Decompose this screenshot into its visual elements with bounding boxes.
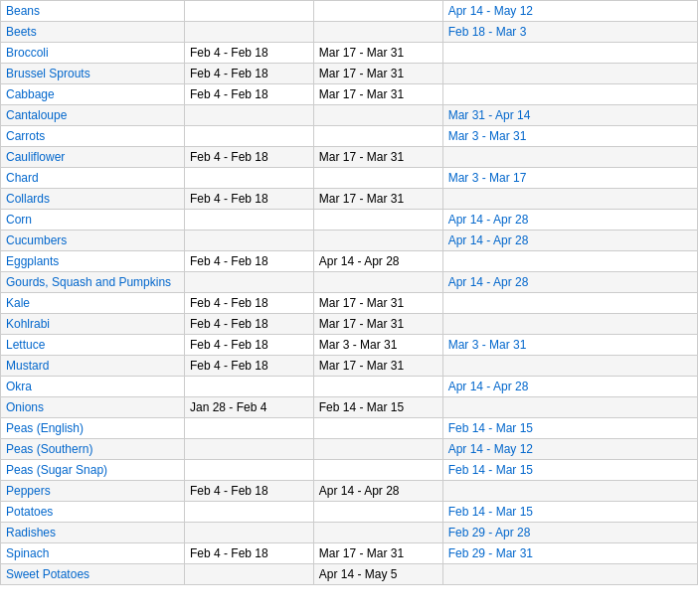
- col4-date: [442, 147, 697, 168]
- col2-date: Feb 4 - Feb 18: [184, 314, 313, 335]
- col3-date: [313, 502, 442, 523]
- crop-name[interactable]: Broccoli: [1, 43, 185, 64]
- col2-date: Jan 28 - Feb 4: [184, 397, 313, 418]
- col2-date: [184, 210, 313, 231]
- col3-date: Mar 3 - Mar 31: [313, 335, 442, 356]
- col2-date: [184, 231, 313, 251]
- col2-date: Feb 4 - Feb 18: [184, 43, 313, 64]
- table-row: RadishesFeb 29 - Apr 28: [1, 523, 698, 543]
- col2-date: Feb 4 - Feb 18: [184, 189, 313, 210]
- col4-date: Apr 14 - May 12: [442, 439, 697, 460]
- table-row: PotatoesFeb 14 - Mar 15: [1, 502, 698, 523]
- table-row: Peas (Southern)Apr 14 - May 12: [1, 439, 698, 460]
- col4-date: Apr 14 - Apr 28: [442, 210, 697, 231]
- crop-name[interactable]: Okra: [1, 377, 185, 397]
- col3-date: [313, 168, 442, 189]
- col4-date: Feb 14 - Mar 15: [442, 502, 697, 523]
- col4-date: [442, 293, 697, 314]
- col4-date: Feb 29 - Apr 28: [442, 523, 697, 543]
- crop-name[interactable]: Potatoes: [1, 502, 185, 523]
- col3-date: Mar 17 - Mar 31: [313, 64, 442, 84]
- col4-date: Mar 3 - Mar 17: [442, 168, 697, 189]
- crop-name[interactable]: Corn: [1, 210, 185, 231]
- table-row: Sweet PotatoesApr 14 - May 5: [1, 564, 698, 585]
- table-row: OkraApr 14 - Apr 28: [1, 377, 698, 397]
- col2-date: [184, 105, 313, 126]
- col4-date: [442, 564, 697, 585]
- col2-date: Feb 4 - Feb 18: [184, 64, 313, 84]
- col3-date: [313, 105, 442, 126]
- col3-date: Mar 17 - Mar 31: [313, 293, 442, 314]
- col4-date: Apr 14 - Apr 28: [442, 272, 697, 293]
- col2-date: Feb 4 - Feb 18: [184, 251, 313, 272]
- table-row: Brussel SproutsFeb 4 - Feb 18Mar 17 - Ma…: [1, 64, 698, 84]
- table-row: KohlrabiFeb 4 - Feb 18Mar 17 - Mar 31: [1, 314, 698, 335]
- crop-name[interactable]: Beans: [1, 1, 185, 22]
- crop-name[interactable]: Lettuce: [1, 335, 185, 356]
- crop-name[interactable]: Eggplants: [1, 251, 185, 272]
- col3-date: Mar 17 - Mar 31: [313, 356, 442, 377]
- col4-date: Mar 31 - Apr 14: [442, 105, 697, 126]
- col2-date: [184, 22, 313, 43]
- col3-date: [313, 439, 442, 460]
- crop-name[interactable]: Carrots: [1, 126, 185, 147]
- col4-date: Apr 14 - May 12: [442, 1, 697, 22]
- col2-date: Feb 4 - Feb 18: [184, 481, 313, 502]
- crop-name[interactable]: Cucumbers: [1, 231, 185, 251]
- crop-name[interactable]: Peas (Southern): [1, 439, 185, 460]
- col2-date: [184, 272, 313, 293]
- crop-name[interactable]: Chard: [1, 168, 185, 189]
- col3-date: [313, 460, 442, 481]
- table-row: Peas (English)Feb 14 - Mar 15: [1, 418, 698, 439]
- col3-date: [313, 418, 442, 439]
- col4-date: [442, 64, 697, 84]
- col2-date: [184, 523, 313, 543]
- col2-date: Feb 4 - Feb 18: [184, 84, 313, 105]
- crop-name[interactable]: Brussel Sprouts: [1, 64, 185, 84]
- col3-date: [313, 126, 442, 147]
- crop-name[interactable]: Peas (Sugar Snap): [1, 460, 185, 481]
- table-row: PeppersFeb 4 - Feb 18Apr 14 - Apr 28: [1, 481, 698, 502]
- col2-date: [184, 1, 313, 22]
- table-row: BeansApr 14 - May 12: [1, 1, 698, 22]
- col3-date: Mar 17 - Mar 31: [313, 543, 442, 564]
- table-row: Gourds, Squash and PumpkinsApr 14 - Apr …: [1, 272, 698, 293]
- table-row: KaleFeb 4 - Feb 18Mar 17 - Mar 31: [1, 293, 698, 314]
- col3-date: Apr 14 - Apr 28: [313, 251, 442, 272]
- table-row: CucumbersApr 14 - Apr 28: [1, 231, 698, 251]
- crop-name[interactable]: Kohlrabi: [1, 314, 185, 335]
- table-row: CollardsFeb 4 - Feb 18Mar 17 - Mar 31: [1, 189, 698, 210]
- col2-date: Feb 4 - Feb 18: [184, 147, 313, 168]
- col4-date: [442, 314, 697, 335]
- col4-date: [442, 84, 697, 105]
- col2-date: Feb 4 - Feb 18: [184, 293, 313, 314]
- col4-date: Mar 3 - Mar 31: [442, 335, 697, 356]
- crop-name[interactable]: Cabbage: [1, 84, 185, 105]
- crop-name[interactable]: Peppers: [1, 481, 185, 502]
- table-row: SpinachFeb 4 - Feb 18Mar 17 - Mar 31Feb …: [1, 543, 698, 564]
- crop-name[interactable]: Sweet Potatoes: [1, 564, 185, 585]
- col2-date: [184, 418, 313, 439]
- col4-date: Feb 14 - Mar 15: [442, 418, 697, 439]
- crop-name[interactable]: Radishes: [1, 523, 185, 543]
- crop-name[interactable]: Kale: [1, 293, 185, 314]
- crop-name[interactable]: Cauliflower: [1, 147, 185, 168]
- crop-name[interactable]: Beets: [1, 22, 185, 43]
- col2-date: Feb 4 - Feb 18: [184, 543, 313, 564]
- table-row: MustardFeb 4 - Feb 18Mar 17 - Mar 31: [1, 356, 698, 377]
- crop-name[interactable]: Collards: [1, 189, 185, 210]
- crop-name[interactable]: Spinach: [1, 543, 185, 564]
- table-row: OnionsJan 28 - Feb 4Feb 14 - Mar 15: [1, 397, 698, 418]
- crop-name[interactable]: Gourds, Squash and Pumpkins: [1, 272, 185, 293]
- col3-date: Mar 17 - Mar 31: [313, 147, 442, 168]
- crop-name[interactable]: Cantaloupe: [1, 105, 185, 126]
- crop-name[interactable]: Onions: [1, 397, 185, 418]
- col2-date: [184, 168, 313, 189]
- col4-date: Apr 14 - Apr 28: [442, 377, 697, 397]
- crop-name[interactable]: Mustard: [1, 356, 185, 377]
- col3-date: Feb 14 - Mar 15: [313, 397, 442, 418]
- col3-date: Apr 14 - May 5: [313, 564, 442, 585]
- table-row: CauliflowerFeb 4 - Feb 18Mar 17 - Mar 31: [1, 147, 698, 168]
- crop-name[interactable]: Peas (English): [1, 418, 185, 439]
- col3-date: [313, 22, 442, 43]
